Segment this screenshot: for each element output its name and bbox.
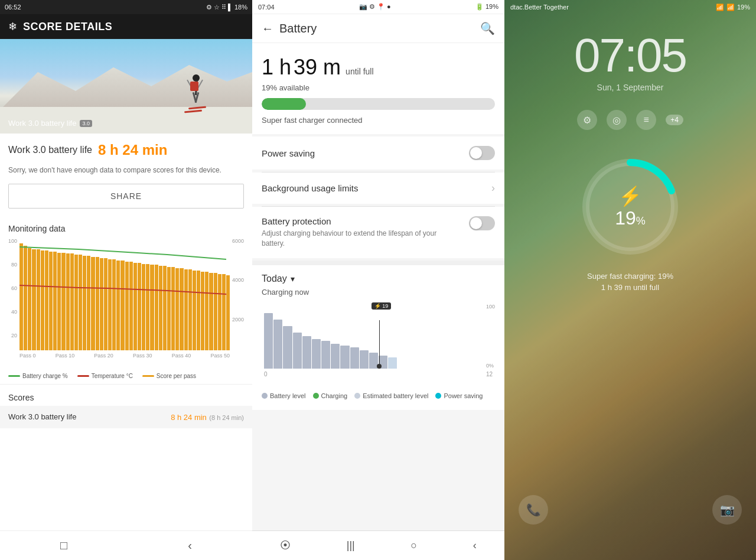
battery-time-section: 1 h 39 m until full 19% available Super … — [252, 43, 504, 134]
monitoring-section: Monitoring data 100 80 60 40 20 — [0, 217, 252, 384]
protection-text: Battery protection Adjust charging behav… — [262, 216, 460, 249]
protection-label: Battery protection — [262, 216, 460, 226]
hero-label: Work 3.0 battery life 3.0 — [8, 119, 244, 128]
legend-charging: Charging — [313, 392, 348, 399]
bar-10 — [61, 253, 65, 350]
charging-percent-value: 19% — [615, 207, 646, 229]
battery-main-content: 1 h 39 m until full 19% available Super … — [252, 43, 504, 530]
today-section: Today ▾ Charging now ⚡ 19 — [252, 265, 504, 410]
search-button[interactable]: 🔍 — [480, 21, 495, 35]
chart-legend: Battery charge % Temperature °C Score pe… — [8, 368, 244, 384]
thick-divider — [252, 261, 504, 265]
charging-now-text: Charging now — [262, 288, 495, 297]
x-label-0: 0 — [264, 371, 268, 377]
score-title-row: Work 3.0 battery life 8 h 24 min — [8, 142, 244, 158]
bar-9 — [57, 253, 61, 350]
battery-usage-chart: ⚡ 19 — [262, 304, 495, 386]
bar-47 — [218, 274, 221, 350]
bar-33 — [159, 266, 162, 350]
signal-icon: 📶 — [726, 4, 735, 11]
status-bar-3: dtac.Better Together 📶 📶 19% — [504, 0, 756, 14]
legend-charging-dot — [313, 393, 319, 399]
battery-chart-legend: Battery level Charging Estimated battery… — [262, 386, 495, 402]
bar-29 — [142, 264, 145, 350]
bar-30 — [146, 264, 149, 350]
target-lock-icon: ◎ — [607, 110, 627, 130]
available-text: 19% available — [262, 83, 495, 92]
bar-4 — [37, 249, 40, 350]
legend-estimated-battery: Estimated battery level — [354, 392, 428, 399]
usage-bar-7 — [321, 341, 330, 368]
chart-needle-dot — [377, 364, 382, 369]
bar-19 — [100, 258, 103, 350]
time-suffix: until full — [346, 67, 373, 76]
bar-22 — [112, 259, 116, 350]
lock-icons-row: ⚙ ◎ ≡ +4 — [577, 110, 683, 130]
legend-battery-dot — [8, 375, 20, 377]
legend-battery-level: Battery level — [262, 392, 306, 399]
phone-icon[interactable]: 📞 — [519, 495, 548, 525]
bar-0 — [19, 243, 23, 350]
bar-35 — [167, 267, 171, 350]
charging-circle-container: ⚡ 19% — [577, 154, 683, 260]
score-details-panel: 06:52 ⚙ ☆ ⠿ ▌ 18% ❄ SCORE DETAILS — [0, 0, 252, 560]
nav-back-icon-2[interactable]: ‹ — [473, 539, 477, 552]
scores-heading: Scores — [8, 389, 244, 406]
back-button[interactable]: ← — [262, 22, 273, 35]
y-label-0: 0% — [486, 363, 495, 369]
usage-bar-10 — [350, 347, 359, 368]
chart-x-axis: 0 12 — [262, 371, 495, 377]
score-description: Sorry, we don't have enough data to comp… — [8, 165, 244, 175]
bar-12 — [70, 253, 74, 350]
battery-bar — [262, 98, 495, 110]
toggle-knob — [470, 147, 482, 159]
bar-45 — [209, 273, 213, 350]
protection-description: Adjust charging behaviour to extend the … — [262, 229, 460, 249]
legend-score-per-pass: Score per pass — [142, 373, 196, 379]
nav-square-icon[interactable]: □ — [60, 539, 67, 552]
monitoring-title: Monitoring data — [8, 224, 244, 233]
bar-42 — [197, 271, 200, 350]
bar-1 — [24, 246, 27, 350]
today-row: Today ▾ — [262, 274, 495, 284]
power-saving-label: Power saving — [262, 148, 315, 158]
legend-estimated-dot — [354, 393, 360, 399]
bar-13 — [74, 255, 78, 350]
bar-27 — [133, 263, 137, 350]
bar-31 — [150, 265, 154, 350]
battery-screen-title: Battery — [279, 22, 317, 35]
nav-back-icon[interactable]: ‹ — [188, 539, 192, 552]
bar-23 — [116, 261, 120, 350]
power-saving-toggle[interactable] — [469, 146, 495, 160]
bar-28 — [138, 263, 141, 350]
nav-menu-icon[interactable]: ||| — [347, 539, 355, 552]
lockscreen-panel: dtac.Better Together 📶 📶 19% 07:05 Sun, … — [504, 0, 756, 560]
bar-6 — [45, 250, 48, 350]
more-icons-badge[interactable]: +4 — [666, 115, 683, 125]
bar-26 — [129, 262, 133, 350]
camera-icon[interactable]: 📷 — [712, 495, 742, 525]
lockscreen-content: 07:05 Sun, 1 September ⚙ ◎ ≡ +4 ⚡ 19% — [504, 14, 756, 294]
battery-bar-fill — [262, 98, 306, 110]
carrier-text: dtac.Better Together — [510, 4, 569, 11]
usage-bar-9 — [340, 346, 349, 369]
usage-bar-1 — [264, 313, 273, 369]
hero-badge: 3.0 — [80, 120, 92, 127]
dropdown-arrow-icon[interactable]: ▾ — [291, 274, 295, 284]
charging-circle: ⚡ 19% — [577, 154, 683, 260]
background-usage-item[interactable]: Background usage limits › — [252, 172, 504, 204]
share-button[interactable]: SHARE — [8, 184, 244, 209]
legend-battery-level-dot — [262, 393, 268, 399]
nav-recent-icon[interactable]: ⦿ — [280, 539, 291, 552]
chevron-right-icon: › — [491, 182, 495, 194]
battery-protection-toggle[interactable] — [469, 216, 495, 230]
nav-home-icon[interactable]: ○ — [410, 539, 417, 552]
bar-18 — [96, 257, 99, 350]
time-until-full: 1 h 39 m until full — [262, 55, 495, 80]
bar-3 — [32, 249, 35, 350]
chart-x-labels: Pass 0 Pass 10 Pass 20 Pass 30 Pass 40 P… — [19, 353, 230, 359]
bottom-nav-1: □ ‹ — [0, 530, 252, 560]
snowflake-icon: ❄ — [8, 20, 17, 33]
score-row-main-value: 8 h 24 min — [171, 413, 207, 422]
battery-panel: 07:04 📷 ⚙ 📍 ● 🔋 19% ← Battery 🔍 1 h 39 m… — [252, 0, 504, 560]
